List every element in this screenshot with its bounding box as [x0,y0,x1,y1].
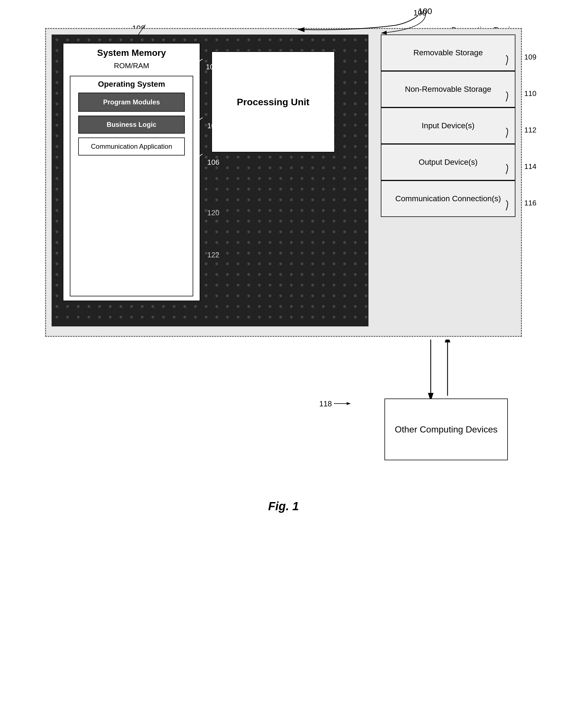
ref-109-label: 109 [524,53,536,61]
output-devices-text: Output Device(s) [419,157,477,167]
ref-116-label: 116 [524,199,536,207]
business-logic-text: Business Logic [107,121,156,128]
system-memory-title: System Memory [97,48,166,58]
ref-120-label: 120 [207,209,219,217]
ref-110-label: 110 [524,89,536,98]
comm-app-box: Communication Application [78,138,185,155]
processing-unit-box: Processing Unit [212,51,335,152]
processing-unit-text: Processing Unit [237,97,309,107]
non-removable-storage-box: Non-Removable Storage [381,71,515,107]
top-ref-svg: 100 [45,6,522,34]
diagram-container: 100 Computing Device 108 System Memory R… [45,28,522,337]
other-devices-text: Other Computing Devices [395,423,497,436]
ref-122-label: 122 [207,251,219,259]
ref-106-label: 106 [207,158,219,167]
ref-114-label: 114 [524,162,536,171]
comm-app-text: Communication Application [91,143,172,150]
ref-105-label: 105 [207,122,219,130]
ref-112-label: 112 [524,126,536,134]
removable-storage-box: Removable Storage [381,35,515,71]
fig-caption-area: Fig. 1 [268,500,299,513]
program-modules-text: Program Modules [103,98,160,106]
ref-102-label: 102 [223,91,235,99]
svg-marker-7 [346,402,351,405]
output-devices-box: Output Device(s) [381,144,515,180]
removable-storage-text: Removable Storage [413,48,483,58]
business-logic-box: Business Logic [78,116,185,134]
comm-connections-text: Communication Connection(s) [395,194,501,204]
os-title: Operating System [98,80,165,89]
page-wrapper: 100 Computing Device 108 System Memory R… [17,11,550,685]
input-devices-box: Input Device(s) [381,107,515,144]
other-computing-devices-box: Other Computing Devices [384,399,508,460]
svg-marker-5 [445,340,450,342]
ref-104-label: 104 [206,63,218,71]
outer-computing-device-box: System Memory ROM/RAM Operating System P… [45,28,522,337]
input-devices-text: Input Device(s) [422,121,474,131]
os-box: Operating System Program Modules Busines… [70,76,193,296]
fig-caption: Fig. 1 [268,500,299,513]
right-column: Removable Storage Non-Removable Storage … [381,35,515,217]
system-memory-box: System Memory ROM/RAM Operating System P… [63,43,200,301]
non-removable-storage-text: Non-Removable Storage [405,84,491,94]
program-modules-box: Program Modules [78,93,185,112]
ref-118-label: 118 [319,400,351,408]
comm-connections-box: Communication Connection(s) [381,180,515,217]
inner-dark-area: System Memory ROM/RAM Operating System P… [52,35,368,326]
rom-ram-label: ROM/RAM [114,61,149,70]
svg-text:100: 100 [418,6,432,16]
